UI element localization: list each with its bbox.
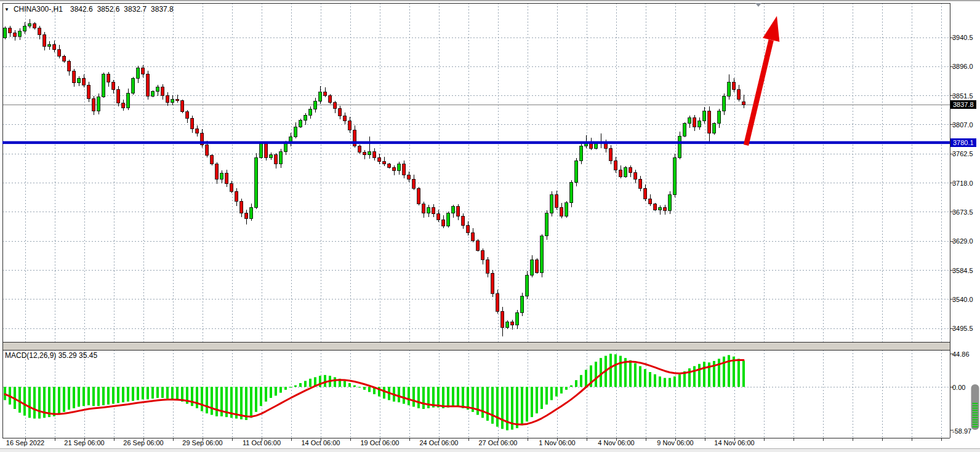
symbol-dropdown-icon[interactable]: ▼ [4,7,9,12]
chart-annotations[interactable] [2,3,979,430]
trend-arrow-head[interactable] [763,16,779,42]
candle[interactable] [708,111,711,133]
candle[interactable] [147,74,150,96]
candle[interactable] [255,157,258,207]
candle[interactable] [265,144,268,157]
candle[interactable] [235,191,238,201]
candle[interactable] [43,34,46,46]
candle[interactable] [161,87,164,95]
candle[interactable] [457,207,460,216]
scroll-thumb-widget[interactable] [971,384,979,430]
candle[interactable] [137,68,140,78]
candle[interactable] [496,293,499,311]
candle[interactable] [279,152,283,164]
candle[interactable] [550,195,553,213]
candle[interactable] [531,260,534,276]
candle[interactable] [427,207,430,213]
candle[interactable] [570,183,573,203]
candle[interactable] [166,95,169,103]
candle[interactable] [132,78,135,93]
candle[interactable] [501,311,504,328]
candle[interactable] [516,312,519,325]
candle[interactable] [14,33,17,36]
candle[interactable] [521,296,524,313]
candle[interactable] [63,56,66,61]
candle[interactable] [595,144,598,148]
candle[interactable] [107,74,110,82]
candle[interactable] [511,322,514,325]
candle[interactable] [339,108,342,116]
candle[interactable] [728,82,731,96]
candle[interactable] [171,100,174,103]
candle[interactable] [733,82,736,90]
candle[interactable] [230,184,233,192]
candle[interactable] [186,112,189,119]
candle[interactable] [575,161,578,182]
candle[interactable] [476,240,480,250]
candle[interactable] [18,31,22,37]
candle[interactable] [536,260,539,272]
candle[interactable] [68,61,71,71]
candle[interactable] [176,100,179,101]
candle[interactable] [619,170,622,176]
candle[interactable] [363,153,366,155]
candle[interactable] [417,188,420,204]
candle[interactable] [196,129,199,133]
candle[interactable] [334,103,337,109]
candle[interactable] [206,145,209,156]
candle[interactable] [408,175,411,179]
macd-panel-area[interactable] [4,354,745,430]
candle[interactable] [634,173,637,180]
candle[interactable] [245,213,248,219]
horizontal-support-line[interactable] [2,141,950,145]
candle[interactable] [304,115,307,121]
candle[interactable] [117,90,120,103]
candle[interactable] [156,87,159,91]
candle[interactable] [565,203,568,216]
candle[interactable] [4,28,7,38]
candle[interactable] [215,164,219,179]
candle[interactable] [713,124,716,133]
candle[interactable] [58,50,61,57]
candle[interactable] [329,95,332,103]
candle[interactable] [151,92,155,96]
candle[interactable] [97,97,100,111]
candle[interactable] [545,213,548,236]
candle[interactable] [319,92,322,101]
candle[interactable] [614,161,617,170]
candle[interactable] [472,232,475,240]
candle[interactable] [560,207,563,216]
candle[interactable] [447,213,450,226]
candle[interactable] [260,144,263,157]
candle[interactable] [467,226,470,233]
candle[interactable] [624,167,627,176]
candle[interactable] [142,68,145,74]
panel-separator[interactable] [2,342,950,350]
candle[interactable] [432,207,435,214]
candle[interactable] [383,162,386,164]
candle[interactable] [540,236,544,273]
candle[interactable] [78,78,81,82]
candle[interactable] [452,207,455,213]
candle[interactable] [181,101,184,112]
candle[interactable] [654,204,657,210]
object-anchor-marker-icon[interactable] [755,3,761,7]
candle[interactable] [348,121,351,130]
candle[interactable] [486,260,489,273]
candle[interactable] [284,144,287,152]
candle[interactable] [211,156,214,164]
candle[interactable] [240,201,243,213]
candle[interactable] [299,121,302,127]
candle[interactable] [718,111,721,124]
candle[interactable] [358,146,361,153]
candle[interactable] [102,74,105,97]
candle[interactable] [373,152,376,158]
candle[interactable] [669,195,672,211]
candle[interactable] [688,117,691,124]
candle[interactable] [378,157,381,161]
candle[interactable] [309,109,312,115]
candle[interactable] [28,23,31,26]
candle[interactable] [678,136,681,157]
candle[interactable] [324,92,327,95]
candle[interactable] [462,216,465,226]
